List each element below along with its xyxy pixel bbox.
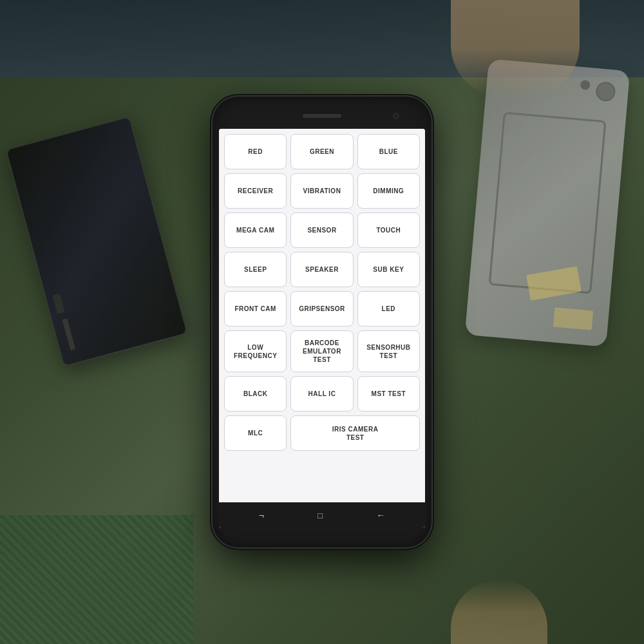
nav-back-button[interactable]: ← — [371, 507, 390, 523]
phone-front-camera — [393, 113, 399, 119]
test-button-black[interactable]: BLACK — [224, 376, 287, 412]
test-button-label-gripsensor: GRIPSENSOR — [299, 305, 345, 313]
test-button-blue[interactable]: BLUE — [357, 134, 420, 169]
test-button-label-dimming: DIMMING — [373, 187, 404, 195]
test-button-gripsensor[interactable]: GRIPSENSOR — [290, 291, 353, 327]
test-button-sensor[interactable]: SENSOR — [290, 213, 353, 248]
test-button-label-front-cam: FRONT CAM — [234, 305, 276, 313]
test-button-label-hall-ic: HALL IC — [308, 390, 336, 398]
phone-screen: REDGREENBLUERECEIVERVIBRATIONDIMMINGMEGA… — [219, 129, 425, 528]
test-button-label-vibration: VIBRATION — [303, 187, 341, 195]
test-button-label-red: RED — [248, 147, 263, 156]
test-button-touch[interactable]: TOUCH — [357, 213, 420, 248]
test-button-label-receiver: RECEIVER — [238, 187, 273, 195]
pcb-board — [0, 515, 193, 644]
test-button-red[interactable]: RED — [224, 134, 287, 169]
test-button-sleep[interactable]: SLEEP — [224, 252, 287, 287]
test-button-label-sub-key: SUB KEY — [373, 265, 404, 274]
phone-back-cutout — [489, 112, 607, 294]
screen-content: REDGREENBLUERECEIVERVIBRATIONDIMMINGMEGA… — [219, 129, 425, 502]
test-button-label-blue: BLUE — [379, 147, 398, 156]
test-button-hall-ic[interactable]: HALL IC — [290, 376, 353, 412]
test-button-label-barcode-emulator: BARCODE EMULATOR TEST — [295, 339, 348, 364]
test-button-iris-camera-test[interactable]: IRIS CAMERA TEST — [290, 415, 420, 451]
phone-frame: REDGREENBLUERECEIVERVIBRATIONDIMMINGMEGA… — [213, 97, 431, 547]
test-button-sensorhub-test[interactable]: SENSORHUB TEST — [357, 330, 420, 372]
test-button-mlc[interactable]: MLC — [224, 415, 287, 451]
test-button-mega-cam[interactable]: MEGA CAM — [224, 213, 287, 248]
test-button-label-mlc: MLC — [248, 429, 263, 437]
nav-recent-button[interactable]: ⌐ — [254, 507, 269, 523]
test-button-dimming[interactable]: DIMMING — [357, 173, 420, 209]
test-button-led[interactable]: LED — [357, 291, 420, 327]
test-button-label-mst-test: MST TEST — [372, 390, 406, 398]
test-button-label-speaker: SPEAKER — [305, 265, 339, 274]
test-button-green[interactable]: GREEN — [290, 134, 353, 169]
test-button-label-low-frequency: LOW FREQUENCY — [229, 343, 282, 360]
test-button-receiver[interactable]: RECEIVER — [224, 173, 287, 209]
test-buttons-grid: REDGREENBLUERECEIVERVIBRATIONDIMMINGMEGA… — [224, 134, 420, 451]
test-button-label-iris-camera-test: IRIS CAMERA TEST — [332, 425, 379, 442]
phone-speaker — [303, 114, 341, 118]
test-button-label-mega-cam: MEGA CAM — [236, 226, 274, 234]
test-button-speaker[interactable]: SPEAKER — [290, 252, 353, 287]
test-button-label-black: BLACK — [243, 390, 268, 398]
phone-top-bezel — [219, 103, 425, 129]
test-button-label-touch: TOUCH — [376, 226, 401, 234]
phone-bottom-bezel — [219, 528, 425, 541]
nav-home-button[interactable]: □ — [312, 508, 328, 523]
test-button-label-sensorhub-test: SENSORHUB TEST — [362, 343, 415, 360]
phone-nav-bar: ⌐ □ ← — [219, 502, 425, 528]
test-button-label-led: LED — [382, 305, 396, 313]
phone-back-plate — [465, 59, 630, 347]
test-button-mst-test[interactable]: MST TEST — [357, 376, 420, 412]
test-button-label-sensor: SENSOR — [307, 226, 336, 234]
test-button-vibration[interactable]: VIBRATION — [290, 173, 353, 209]
test-button-sub-key[interactable]: SUB KEY — [357, 252, 420, 287]
test-button-label-sleep: SLEEP — [244, 265, 267, 274]
test-button-label-green: GREEN — [310, 147, 334, 156]
test-button-front-cam[interactable]: FRONT CAM — [224, 291, 287, 327]
test-button-barcode-emulator[interactable]: BARCODE EMULATOR TEST — [290, 330, 353, 372]
tape-2 — [553, 307, 593, 330]
test-button-low-frequency[interactable]: LOW FREQUENCY — [224, 330, 287, 372]
hand-top-right — [451, 0, 580, 97]
